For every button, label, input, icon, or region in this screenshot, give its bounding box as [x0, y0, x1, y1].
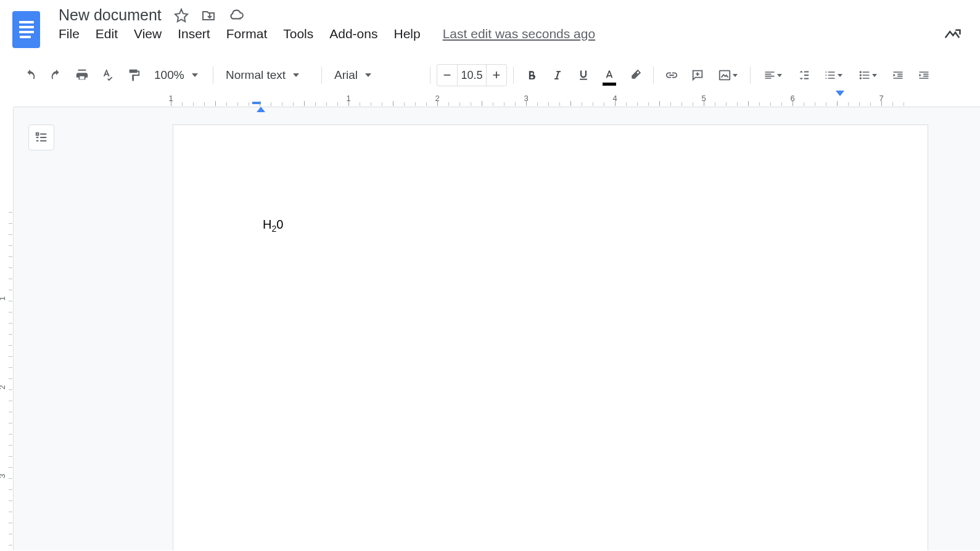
horizontal-ruler[interactable]: 11234567: [14, 94, 980, 107]
docs-logo[interactable]: [12, 11, 40, 48]
vruler-tick: [9, 301, 12, 301]
add-comment-button[interactable]: [686, 63, 709, 87]
vruler-tick: [9, 412, 12, 412]
chevron-down-icon: [733, 74, 738, 77]
cloud-icon[interactable]: [228, 7, 244, 23]
line-spacing-button[interactable]: [791, 63, 815, 87]
ruler-tick: [859, 102, 860, 106]
text-color-button[interactable]: [598, 63, 621, 87]
vruler-tick: [9, 445, 12, 446]
chevron-down-icon: [777, 74, 782, 77]
left-indent-marker[interactable]: [257, 96, 265, 107]
menu-tools[interactable]: Tools: [283, 27, 313, 41]
vruler-tick: [9, 523, 12, 523]
italic-button[interactable]: [546, 63, 569, 87]
svg-point-2: [860, 74, 862, 76]
decrease-indent-button[interactable]: [886, 63, 910, 87]
ruler-tick: [382, 102, 382, 106]
ruler-tick: [293, 102, 294, 106]
numbered-list-button[interactable]: [817, 63, 849, 87]
svg-point-1: [860, 71, 862, 73]
vruler-tick: [9, 323, 12, 324]
vruler-label: 1: [0, 296, 7, 301]
font-dropdown[interactable]: Arial: [328, 63, 424, 87]
activity-icon[interactable]: [943, 25, 961, 46]
ruler-tick: [215, 101, 216, 106]
ruler-tick: [804, 102, 804, 106]
increase-indent-button[interactable]: [912, 63, 936, 87]
paragraph-style-dropdown[interactable]: Normal text: [220, 63, 315, 87]
toolbar-separator: [653, 67, 654, 84]
highlight-button[interactable]: [624, 63, 647, 87]
ruler-tick: [681, 102, 682, 106]
document-content[interactable]: H20: [263, 218, 838, 234]
style-value: Normal text: [226, 68, 286, 82]
increase-font-size-button[interactable]: +: [487, 65, 506, 86]
underline-button[interactable]: [572, 63, 595, 87]
ruler-tick: [793, 101, 793, 106]
toolbar-separator: [213, 67, 213, 84]
ruler-tick: [704, 101, 704, 106]
ruler-tick: [304, 101, 305, 106]
insert-link-button[interactable]: [660, 63, 683, 87]
ruler-tick: [648, 102, 649, 106]
vruler-label: 3: [0, 474, 7, 478]
svg-point-3: [860, 77, 862, 79]
ruler-tick: [371, 102, 371, 106]
align-button[interactable]: [757, 63, 789, 87]
ruler-tick: [615, 101, 616, 106]
vruler-tick: [9, 245, 12, 246]
ruler-tick: [537, 102, 538, 106]
menu-help[interactable]: Help: [393, 27, 420, 41]
print-button[interactable]: [70, 63, 94, 87]
ruler-tick: [693, 102, 693, 106]
spellcheck-button[interactable]: [96, 63, 120, 87]
menu-format[interactable]: Format: [226, 27, 268, 41]
ruler-tick: [559, 102, 560, 106]
vruler-tick: [9, 434, 12, 435]
ruler-tick: [415, 102, 416, 106]
zoom-dropdown[interactable]: 100%: [148, 63, 207, 87]
bold-button[interactable]: [520, 63, 543, 87]
ruler-tick: [426, 102, 427, 106]
document-page[interactable]: H20: [173, 124, 928, 550]
vertical-ruler[interactable]: 123: [0, 107, 14, 550]
vruler-tick: [9, 534, 12, 534]
ruler-tick: [781, 102, 782, 106]
menu-insert[interactable]: Insert: [178, 27, 210, 41]
ruler-tick: [437, 101, 438, 106]
vruler-tick: [9, 423, 12, 423]
bulleted-list-button[interactable]: [852, 63, 884, 87]
chevron-down-icon: [192, 73, 198, 77]
ruler-tick: [482, 101, 482, 106]
paint-format-button[interactable]: [122, 63, 146, 87]
last-edit-link[interactable]: Last edit was seconds ago: [443, 27, 596, 41]
font-value: Arial: [334, 68, 358, 82]
zoom-value: 100%: [154, 68, 184, 82]
undo-button[interactable]: [19, 63, 42, 87]
document-title[interactable]: New document: [59, 6, 162, 24]
vruler-tick: [9, 234, 12, 235]
font-size-input[interactable]: 10.5: [457, 65, 487, 86]
vruler-tick: [9, 401, 12, 401]
menu-addons[interactable]: Add-ons: [329, 27, 377, 41]
move-icon[interactable]: [201, 8, 216, 23]
vruler-tick: [9, 267, 12, 268]
redo-button[interactable]: [44, 63, 68, 87]
ruler-tick: [393, 101, 393, 106]
ruler-tick: [748, 101, 749, 106]
vruler-tick: [9, 545, 12, 545]
vruler-tick: [9, 256, 12, 257]
insert-image-button[interactable]: [712, 63, 744, 87]
ruler-tick: [193, 102, 194, 106]
ruler-tick: [770, 102, 771, 106]
menu-view[interactable]: View: [134, 27, 162, 41]
document-outline-button[interactable]: [28, 124, 54, 150]
menu-edit[interactable]: Edit: [96, 27, 118, 41]
menu-file[interactable]: File: [59, 27, 80, 41]
decrease-font-size-button[interactable]: −: [437, 65, 457, 86]
star-icon[interactable]: [174, 8, 189, 23]
ruler-tick: [737, 102, 738, 106]
ruler-tick: [337, 102, 338, 106]
vruler-tick: [9, 367, 12, 368]
